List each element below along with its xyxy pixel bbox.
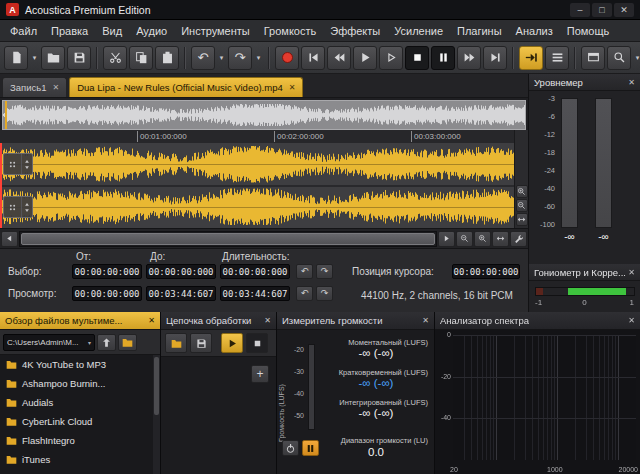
panel-close-icon[interactable]: ✕ <box>628 78 635 87</box>
selection-redo-button[interactable]: ↷ <box>316 264 333 279</box>
panel-close-icon[interactable]: ✕ <box>422 316 429 325</box>
selection-to-field[interactable]: 00:00:00:000 <box>146 264 216 279</box>
chain-stop-button[interactable] <box>246 333 268 353</box>
menu-volume[interactable]: Громкость <box>257 20 323 41</box>
cursor-position-field[interactable]: 00:00:00:000 <box>452 264 520 279</box>
scroll-right-button[interactable] <box>438 231 455 247</box>
wave-settings-button[interactable] <box>510 231 527 247</box>
overview-waveform-canvas[interactable] <box>2 100 526 130</box>
view-undo-button[interactable]: ↶ <box>296 286 313 301</box>
selection-from-field[interactable]: 00:00:00:000 <box>72 264 142 279</box>
new-file-button[interactable] <box>4 46 28 70</box>
list-item[interactable]: iTunes <box>0 450 160 469</box>
undo-button[interactable]: ↶ <box>191 46 215 70</box>
paste-button[interactable] <box>155 46 179 70</box>
menu-audio[interactable]: Аудио <box>129 20 174 41</box>
playlist-button[interactable] <box>545 46 569 70</box>
play-selection-button[interactable] <box>379 46 403 70</box>
view-to-field[interactable]: 00:03:44:607 <box>146 286 216 301</box>
menu-help[interactable]: Помощь <box>560 20 617 41</box>
vertical-zoom-in-button[interactable] <box>516 185 528 198</box>
combo-dropdown-arrow[interactable]: ▾ <box>88 339 91 346</box>
fast-forward-button[interactable] <box>457 46 481 70</box>
tab-record1[interactable]: Запись1 ✕ <box>2 77 67 97</box>
left-channel-meter-bar <box>561 98 578 228</box>
new-file-dropdown-arrow[interactable]: ▾ <box>30 46 39 70</box>
list-item[interactable]: CyberLink Cloud <box>0 412 160 431</box>
scrollbar-thumb[interactable] <box>21 233 435 245</box>
menu-effects[interactable]: Эффекты <box>323 20 387 41</box>
time-ruler[interactable]: 00:01:00:000 00:02:00:000 00:03:00:000 <box>0 130 514 144</box>
channel1-options-icon[interactable] <box>4 154 21 174</box>
view-length-field[interactable]: 00:03:44:607 <box>220 286 290 301</box>
chain-play-button[interactable] <box>221 333 243 353</box>
menu-plugins[interactable]: Плагины <box>450 20 509 41</box>
channel1-resize-handle[interactable] <box>21 154 32 174</box>
zoom-out-button[interactable] <box>456 231 473 247</box>
tab-dua-lipa-mp4[interactable]: Dua Lipa - New Rules (Official Music Vid… <box>69 77 303 97</box>
tab-close-icon[interactable]: ✕ <box>52 83 59 92</box>
menu-tools[interactable]: Инструменты <box>174 20 257 41</box>
channel2-resize-handle[interactable] <box>21 197 32 217</box>
open-file-button[interactable] <box>41 46 65 70</box>
zoom-dropdown-arrow[interactable]: ▾ <box>633 46 640 70</box>
cut-button[interactable] <box>103 46 127 70</box>
channel2-controls[interactable] <box>3 196 33 218</box>
go-to-end-button[interactable] <box>483 46 507 70</box>
loudness-pause-button[interactable] <box>302 440 319 456</box>
scroll-left-button[interactable] <box>1 231 18 247</box>
minimize-button[interactable]: – <box>570 3 590 17</box>
channel2-options-icon[interactable] <box>4 197 21 217</box>
list-item[interactable]: FlashIntegro <box>0 431 160 450</box>
panel-close-icon[interactable]: ✕ <box>264 316 271 325</box>
vertical-fit-button[interactable] <box>516 213 528 226</box>
list-item[interactable]: Audials <box>0 393 160 412</box>
stop-button[interactable] <box>405 46 429 70</box>
panel-close-icon[interactable]: ✕ <box>148 316 155 325</box>
view-from-field[interactable]: 00:00:00:000 <box>72 286 142 301</box>
play-button[interactable] <box>353 46 377 70</box>
menu-enhancement[interactable]: Усиление <box>387 20 450 41</box>
zoom-tool-button[interactable] <box>607 46 631 70</box>
go-to-start-button[interactable] <box>301 46 325 70</box>
panel-close-icon[interactable]: ✕ <box>628 268 635 277</box>
vertical-zoom-out-button[interactable] <box>516 199 528 212</box>
follow-playback-button[interactable] <box>519 46 543 70</box>
selection-length-field[interactable]: 00:00:00:000 <box>220 264 290 279</box>
maximize-button[interactable]: □ <box>592 3 612 17</box>
rewind-button[interactable] <box>327 46 351 70</box>
menu-view[interactable]: Вид <box>95 20 129 41</box>
panel-close-icon[interactable]: ✕ <box>628 316 635 325</box>
undo-dropdown-arrow[interactable]: ▾ <box>217 46 226 70</box>
menu-file[interactable]: Файл <box>3 20 44 41</box>
channel1-controls[interactable] <box>3 153 33 175</box>
redo-button[interactable]: ↷ <box>228 46 252 70</box>
menu-analysis[interactable]: Анализ <box>509 20 560 41</box>
list-item[interactable]: 4K YouTube to MP3 <box>0 355 160 374</box>
view-redo-button[interactable]: ↷ <box>316 286 333 301</box>
browse-folder-button[interactable] <box>118 334 137 351</box>
path-combobox[interactable]: C:\Users\Admin\M... ▾ <box>3 334 95 351</box>
copy-button[interactable] <box>129 46 153 70</box>
close-window-button[interactable]: ✕ <box>614 3 634 17</box>
record-button[interactable] <box>275 46 299 70</box>
folder-up-button[interactable] <box>97 334 116 351</box>
chain-save-button[interactable] <box>190 333 212 353</box>
zoom-in-button[interactable] <box>474 231 491 247</box>
list-item[interactable]: Ashampoo Burnin... <box>0 374 160 393</box>
pause-button[interactable] <box>431 46 455 70</box>
add-effect-button[interactable]: + <box>251 365 269 383</box>
scrollbar-track[interactable] <box>19 231 437 247</box>
save-file-button[interactable] <box>67 46 91 70</box>
list-scrollbar-thumb[interactable] <box>154 357 159 415</box>
zoom-fit-button[interactable] <box>492 231 509 247</box>
tab-close-icon[interactable]: ✕ <box>289 83 296 92</box>
chain-open-button[interactable] <box>165 333 187 353</box>
redo-dropdown-arrow[interactable]: ▾ <box>254 46 263 70</box>
loudness-power-button[interactable] <box>282 440 299 456</box>
main-waveform-canvas[interactable] <box>0 143 514 228</box>
video-window-button[interactable] <box>581 46 605 70</box>
menu-edit[interactable]: Правка <box>44 20 95 41</box>
selection-undo-button[interactable]: ↶ <box>296 264 313 279</box>
list-scrollbar[interactable] <box>153 355 160 474</box>
